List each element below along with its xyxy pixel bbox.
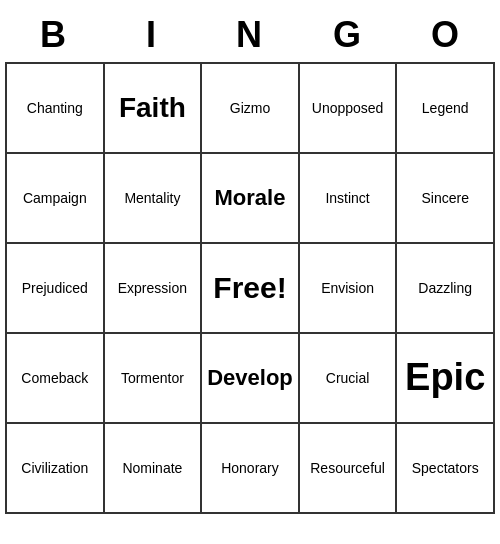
header-letter: B (5, 8, 103, 62)
bingo-grid: ChantingFaithGizmoUnopposedLegendCampaig… (5, 62, 495, 514)
bingo-cell-1-0: Campaign (7, 154, 105, 244)
bingo-cell-1-2: Morale (202, 154, 300, 244)
cell-text: Campaign (23, 190, 87, 207)
cell-text: Expression (118, 280, 187, 297)
bingo-cell-0-3: Unopposed (300, 64, 398, 154)
cell-text: Dazzling (418, 280, 472, 297)
cell-text: Sincere (421, 190, 468, 207)
cell-text: Free! (213, 270, 286, 306)
cell-text: Morale (215, 185, 286, 211)
cell-text: Legend (422, 100, 469, 117)
bingo-cell-3-2: Develop (202, 334, 300, 424)
bingo-cell-0-1: Faith (105, 64, 203, 154)
cell-text: Crucial (326, 370, 370, 387)
bingo-cell-1-4: Sincere (397, 154, 495, 244)
cell-text: Civilization (21, 460, 88, 477)
bingo-cell-2-0: Prejudiced (7, 244, 105, 334)
cell-text: Mentality (124, 190, 180, 207)
bingo-cell-2-1: Expression (105, 244, 203, 334)
bingo-cell-2-3: Envision (300, 244, 398, 334)
cell-text: Epic (405, 355, 485, 401)
bingo-cell-0-2: Gizmo (202, 64, 300, 154)
bingo-cell-1-1: Mentality (105, 154, 203, 244)
bingo-cell-2-4: Dazzling (397, 244, 495, 334)
cell-text: Spectators (412, 460, 479, 477)
bingo-cell-4-4: Spectators (397, 424, 495, 514)
cell-text: Honorary (221, 460, 279, 477)
cell-text: Envision (321, 280, 374, 297)
cell-text: Develop (207, 365, 293, 391)
cell-text: Gizmo (230, 100, 270, 117)
bingo-cell-3-1: Tormentor (105, 334, 203, 424)
bingo-cell-1-3: Instinct (300, 154, 398, 244)
header-letter: I (103, 8, 201, 62)
bingo-cell-2-2: Free! (202, 244, 300, 334)
cell-text: Chanting (27, 100, 83, 117)
cell-text: Instinct (325, 190, 369, 207)
cell-text: Nominate (122, 460, 182, 477)
bingo-cell-3-4: Epic (397, 334, 495, 424)
bingo-cell-0-0: Chanting (7, 64, 105, 154)
bingo-cell-3-0: Comeback (7, 334, 105, 424)
header-letter: N (201, 8, 299, 62)
cell-text: Comeback (21, 370, 88, 387)
cell-text: Resourceful (310, 460, 385, 477)
header-letter: G (299, 8, 397, 62)
bingo-cell-4-0: Civilization (7, 424, 105, 514)
bingo-card: BINGO ChantingFaithGizmoUnopposedLegendC… (5, 8, 495, 514)
cell-text: Faith (119, 91, 186, 125)
bingo-cell-4-1: Nominate (105, 424, 203, 514)
header-letter: O (397, 8, 495, 62)
bingo-header: BINGO (5, 8, 495, 62)
bingo-cell-0-4: Legend (397, 64, 495, 154)
bingo-cell-3-3: Crucial (300, 334, 398, 424)
bingo-cell-4-3: Resourceful (300, 424, 398, 514)
cell-text: Tormentor (121, 370, 184, 387)
cell-text: Prejudiced (22, 280, 88, 297)
cell-text: Unopposed (312, 100, 384, 117)
bingo-cell-4-2: Honorary (202, 424, 300, 514)
